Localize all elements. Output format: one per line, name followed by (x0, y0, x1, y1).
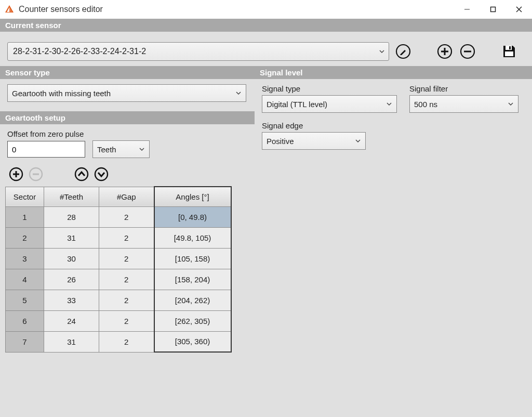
sensor-type-value: Geartooth with missing teeth (12, 89, 111, 98)
window-title: Counter sensors editor (19, 5, 103, 14)
signal-filter-select[interactable]: 500 ns (409, 95, 518, 113)
cell-sector[interactable]: 7 (6, 331, 44, 352)
cell-angles[interactable]: [262, 305) (154, 310, 231, 331)
add-row-button[interactable] (7, 165, 25, 183)
sensor-type-header: Sensor type (0, 66, 255, 79)
offset-label: Offset from zero pulse (7, 129, 247, 138)
col-gap[interactable]: #Gap (99, 187, 154, 206)
svg-rect-4 (491, 7, 496, 12)
move-row-up-button[interactable] (73, 165, 90, 183)
cell-gap[interactable]: 2 (99, 290, 154, 310)
svg-point-21 (75, 168, 88, 180)
svg-rect-15 (505, 51, 513, 56)
cell-angles[interactable]: [158, 204) (154, 269, 231, 290)
current-sensor-value: 28-2-31-2-30-2-26-2-33-2-24-2-31-2 (13, 47, 146, 56)
remove-row-button (27, 165, 45, 183)
sensor-type-select[interactable]: Geartooth with missing teeth (7, 84, 246, 102)
geartooth-setup-header: Geartooth setup (0, 111, 255, 124)
current-sensor-select[interactable]: 28-2-31-2-30-2-26-2-33-2-24-2-31-2 (7, 42, 389, 61)
current-sensor-header: Current sensor (0, 19, 532, 32)
cell-sector[interactable]: 3 (6, 248, 44, 269)
table-row[interactable]: 1282[0, 49.8) (6, 206, 231, 227)
signal-filter-label: Signal filter (409, 84, 518, 93)
cell-sector[interactable]: 4 (6, 269, 44, 290)
cell-angles[interactable]: [305, 360) (154, 331, 231, 352)
chevron-down-icon (355, 138, 361, 144)
table-row[interactable]: 4262[158, 204) (6, 269, 231, 290)
svg-rect-14 (509, 46, 511, 49)
svg-rect-13 (506, 46, 512, 50)
col-sector[interactable]: Sector (6, 187, 44, 206)
move-row-down-button[interactable] (92, 165, 110, 183)
cell-sector[interactable]: 5 (6, 290, 44, 310)
cell-teeth[interactable]: 31 (44, 331, 99, 352)
signal-edge-label: Signal edge (262, 121, 525, 130)
save-button[interactable] (500, 43, 518, 60)
cell-sector[interactable]: 6 (6, 310, 44, 331)
cell-gap[interactable]: 2 (99, 331, 154, 352)
cell-angles[interactable]: [105, 158) (154, 248, 231, 269)
cell-gap[interactable]: 2 (99, 248, 154, 269)
app-logo-icon (4, 4, 15, 15)
table-row[interactable]: 2312[49.8, 105) (6, 227, 231, 248)
chevron-down-icon (508, 101, 514, 107)
cell-gap[interactable]: 2 (99, 206, 154, 227)
chevron-down-icon (235, 90, 242, 96)
cell-sector[interactable]: 1 (6, 206, 44, 227)
signal-type-select[interactable]: Digital (TTL level) (262, 95, 397, 113)
titlebar: Counter sensors editor (0, 0, 532, 19)
signal-type-value: Digital (TTL level) (267, 100, 327, 109)
cell-angles[interactable]: [204, 262) (154, 290, 231, 310)
current-sensor-row: 28-2-31-2-30-2-26-2-33-2-24-2-31-2 (0, 32, 532, 66)
signal-type-label: Signal type (262, 84, 397, 93)
col-teeth[interactable]: #Teeth (44, 187, 99, 206)
cell-teeth[interactable]: 26 (44, 269, 99, 290)
edit-sensor-button[interactable] (394, 43, 412, 60)
offset-unit-select[interactable]: Teeth (92, 140, 150, 158)
cell-teeth[interactable]: 28 (44, 206, 99, 227)
remove-sensor-button[interactable] (459, 43, 476, 60)
cell-teeth[interactable]: 31 (44, 227, 99, 248)
cell-sector[interactable]: 2 (6, 227, 44, 248)
cell-gap[interactable]: 2 (99, 310, 154, 331)
cell-teeth[interactable]: 33 (44, 290, 99, 310)
table-row[interactable]: 5332[204, 262) (6, 290, 231, 310)
signal-edge-select[interactable]: Positive (262, 132, 366, 150)
table-row[interactable]: 3302[105, 158) (6, 248, 231, 269)
add-sensor-button[interactable] (436, 43, 454, 60)
signal-filter-value: 500 ns (414, 100, 437, 109)
minimize-button[interactable] (454, 0, 480, 19)
close-button[interactable] (506, 0, 532, 19)
geartooth-table[interactable]: Sector #Teeth #Gap Angles [°] 1282[0, 49… (5, 186, 232, 353)
table-row[interactable]: 6242[262, 305) (6, 310, 231, 331)
svg-point-22 (95, 168, 108, 180)
offset-input[interactable] (7, 141, 85, 158)
chevron-down-icon (386, 101, 392, 107)
table-row[interactable]: 7312[305, 360) (6, 331, 231, 352)
offset-unit-value: Teeth (97, 145, 116, 154)
cell-gap[interactable]: 2 (99, 269, 154, 290)
cell-teeth[interactable]: 24 (44, 310, 99, 331)
signal-level-header: Signal level (255, 66, 532, 79)
signal-edge-value: Positive (267, 137, 294, 146)
maximize-button[interactable] (480, 0, 506, 19)
cell-angles[interactable]: [0, 49.8) (154, 206, 231, 227)
chevron-down-icon (139, 146, 145, 152)
cell-gap[interactable]: 2 (99, 227, 154, 248)
col-angles[interactable]: Angles [°] (154, 187, 231, 206)
cell-teeth[interactable]: 30 (44, 248, 99, 269)
cell-angles[interactable]: [49.8, 105) (154, 227, 231, 248)
chevron-down-icon (379, 48, 385, 55)
